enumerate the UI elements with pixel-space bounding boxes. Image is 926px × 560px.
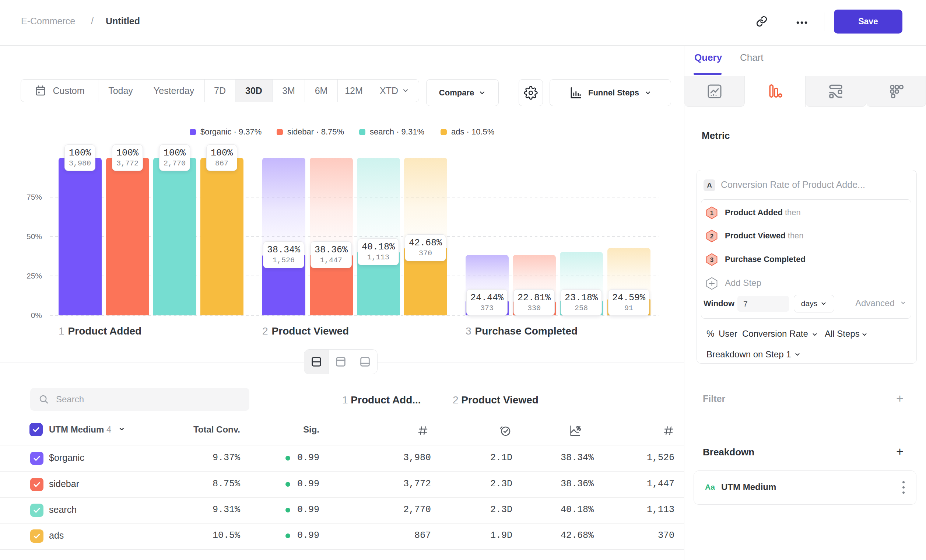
svg-text:1: 1: [710, 210, 713, 216]
svg-text:2: 2: [710, 233, 713, 240]
svg-text:3: 3: [710, 256, 713, 263]
